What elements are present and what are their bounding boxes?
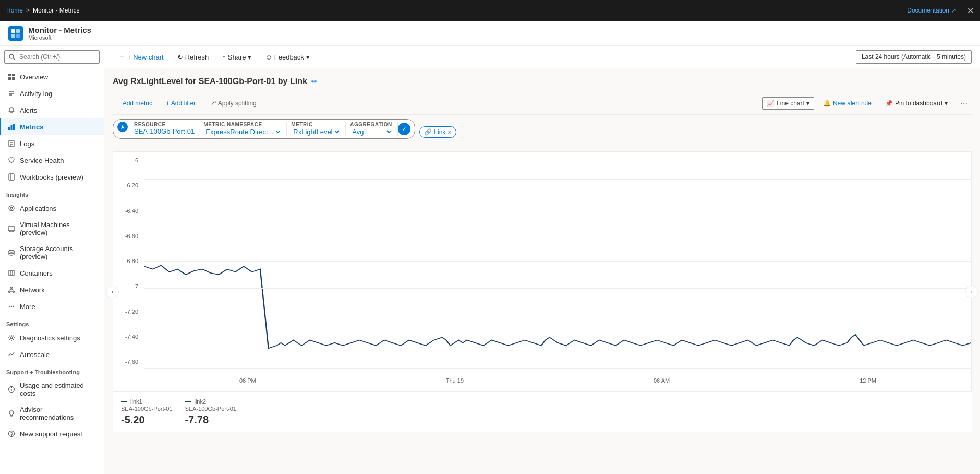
svg-point-21 <box>9 206 14 211</box>
svg-point-32 <box>9 291 10 293</box>
grid-line-4 <box>144 234 971 234</box>
svg-line-35 <box>11 289 13 291</box>
legend-label-link2: link2 <box>194 398 206 405</box>
svg-rect-2 <box>11 34 15 38</box>
svg-point-38 <box>11 306 12 307</box>
legend-sub-link1: SEA-100Gb-Port-01 <box>121 406 172 412</box>
sidebar-item-label: Workbooks (preview) <box>20 173 83 181</box>
toolbar: ＋ + New chart ↻ Refresh ↑ Share ▾ ☺ Feed… <box>104 46 980 68</box>
feedback-button[interactable]: ☺ Feedback ▾ <box>259 50 315 64</box>
aggregation-select[interactable]: Avg <box>350 127 393 136</box>
documentation-link[interactable]: Documentation ↗ <box>907 7 957 14</box>
sidebar-item-label: Logs <box>20 140 34 148</box>
add-metric-button[interactable]: + Add metric <box>113 97 157 110</box>
container-icon <box>7 269 16 277</box>
sidebar-nav-advisor[interactable]: Advisor recommendations <box>0 401 104 425</box>
sidebar-nav-virtual-machines[interactable]: Virtual Machines (preview) <box>0 217 104 241</box>
breadcrumb: Home > Monitor - Metrics <box>6 7 79 14</box>
svg-point-43 <box>11 388 12 388</box>
lightbulb-icon <box>7 409 16 418</box>
app-header: Monitor - Metrics Microsoft <box>0 21 980 46</box>
legend-value-link2: -7.78 <box>185 414 236 426</box>
svg-point-46 <box>11 436 12 436</box>
list-icon <box>7 89 16 98</box>
support-section-label: Support + Troubleshooting <box>0 363 104 377</box>
refresh-button[interactable]: ↻ Refresh <box>172 50 215 64</box>
link-icon: 🔗 <box>424 128 432 136</box>
sidebar-item-label: Metrics <box>20 123 44 131</box>
y-label-5: -6.80 <box>115 258 142 264</box>
chart-controls: + Add metric + Add filter ⎇ Apply splitt… <box>113 92 972 115</box>
sidebar-nav-usage-costs[interactable]: Usage and estimated costs <box>0 377 104 401</box>
svg-rect-1 <box>16 29 20 33</box>
sidebar-nav-autoscale[interactable]: Autoscale <box>0 346 104 363</box>
sidebar-nav-service-health[interactable]: Service Health <box>0 152 104 169</box>
metric-confirm-button[interactable]: ✓ <box>398 123 410 135</box>
sidebar-search-container <box>0 46 104 68</box>
sidebar-nav-alerts[interactable]: Alerts <box>0 102 104 118</box>
chart-nav-right[interactable]: › <box>965 286 978 298</box>
close-button[interactable]: ✕ <box>967 6 974 16</box>
chart-area: Avg RxLightLevel for SEA-100Gb-Port-01 b… <box>104 68 980 474</box>
plus-icon: ＋ <box>118 52 125 62</box>
sidebar-nav-network[interactable]: Network <box>0 281 104 298</box>
grid-line-7 <box>144 316 971 316</box>
sidebar-nav-workbooks[interactable]: Workbooks (preview) <box>0 169 104 185</box>
link-tag-remove[interactable]: ✕ <box>447 129 452 135</box>
sidebar-nav-diagnostics[interactable]: Diagnostics settings <box>0 329 104 346</box>
bar-chart-icon <box>7 123 16 131</box>
breadcrumb-home[interactable]: Home <box>6 7 23 14</box>
new-chart-button[interactable]: ＋ + New chart <box>113 49 170 65</box>
sidebar-nav-more[interactable]: More <box>0 298 104 315</box>
svg-point-39 <box>13 306 14 307</box>
chart-controls-left: + Add metric + Add filter ⎇ Apply splitt… <box>113 97 261 110</box>
vm-icon <box>7 224 16 233</box>
x-label-2: Thu 19 <box>446 377 464 384</box>
svg-rect-0 <box>11 29 15 33</box>
sidebar-item-label: Service Health <box>20 157 64 164</box>
metric-selector-row: RESOURCE SEA-100Gb-Port-01 METRIC NAMESP… <box>113 119 972 145</box>
link-filter-tag[interactable]: 🔗 Link ✕ <box>419 126 456 138</box>
chart-type-label: Line chart <box>777 100 804 107</box>
apply-splitting-button[interactable]: ⎇ Apply splitting <box>204 97 261 110</box>
grid-line-5 <box>144 261 971 262</box>
app-logo <box>8 26 23 41</box>
insights-section-label: Insights <box>0 185 104 200</box>
sidebar-nav-containers[interactable]: Containers <box>0 265 104 281</box>
sidebar-nav-storage[interactable]: Storage Accounts (preview) <box>0 241 104 265</box>
sidebar-nav-support[interactable]: New support request <box>0 425 104 442</box>
search-input[interactable] <box>4 50 100 64</box>
metric-name-select[interactable]: RxLightLevel <box>291 127 341 136</box>
namespace-select[interactable]: ExpressRoute Direct... <box>203 127 282 136</box>
new-chart-label: + New chart <box>127 53 164 61</box>
gear-icon <box>7 334 16 342</box>
new-alert-rule-button[interactable]: 🔔 New alert rule <box>818 97 876 110</box>
sidebar-nav-metrics[interactable]: Metrics <box>0 118 104 135</box>
sidebar-nav-overview[interactable]: Overview <box>0 68 104 85</box>
time-range-button[interactable]: Last 24 hours (Automatic - 5 minutes) <box>856 50 972 64</box>
sidebar-item-label: More <box>20 303 35 311</box>
chart-plot <box>144 152 971 370</box>
sidebar-item-label: Activity log <box>20 90 52 98</box>
svg-rect-13 <box>11 125 13 130</box>
metric-selector-indicator <box>117 122 128 132</box>
resource-value[interactable]: SEA-100Gb-Port-01 <box>134 127 195 135</box>
share-button[interactable]: ↑ Share ▾ <box>216 50 257 64</box>
legend-item-link1: link1 SEA-100Gb-Port-01 -5.20 <box>121 398 172 426</box>
more-options-button[interactable]: ··· <box>957 97 972 110</box>
chart-type-button[interactable]: 📈 Line chart ▾ <box>762 97 814 110</box>
sidebar-nav-logs[interactable]: Logs <box>0 135 104 152</box>
edit-title-icon[interactable]: ✏ <box>311 77 318 86</box>
y-label-9: -7.60 <box>115 359 142 365</box>
pin-to-dashboard-button[interactable]: 📌 Pin to dashboard ▾ <box>880 97 952 110</box>
add-filter-button[interactable]: + Add filter <box>161 97 200 110</box>
top-bar: Home > Monitor - Metrics Documentation ↗… <box>0 0 980 21</box>
svg-rect-3 <box>16 34 20 38</box>
chart-nav-left[interactable]: ‹ <box>106 286 119 298</box>
legend-sub-link2: SEA-100Gb-Port-01 <box>185 406 236 412</box>
chart-x-axis: 06 PM Thu 19 06 AM 12 PM <box>144 370 971 391</box>
sidebar-item-label: Autoscale <box>20 351 50 359</box>
app-title-group: Monitor - Metrics Microsoft <box>28 26 91 41</box>
sidebar-nav-applications[interactable]: Applications <box>0 200 104 217</box>
sidebar-nav-activity-log[interactable]: Activity log <box>0 85 104 102</box>
